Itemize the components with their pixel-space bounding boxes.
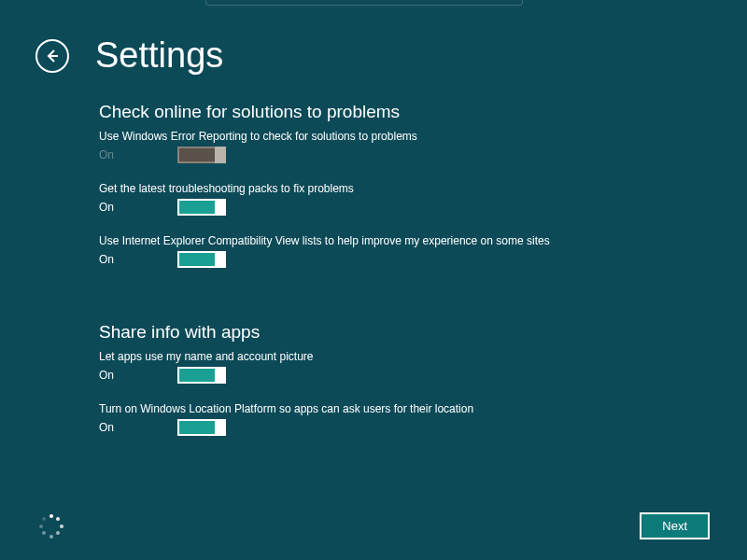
- settings-content: Check online for solutions to problems U…: [0, 76, 747, 436]
- section-heading-share: Share info with apps: [99, 322, 747, 343]
- setting-row: On: [99, 419, 747, 436]
- setting-ie-compat: Use Internet Explorer Compatibility View…: [99, 234, 747, 268]
- setting-desc: Use Windows Error Reporting to check for…: [99, 130, 747, 143]
- toggle-thumb: [215, 251, 226, 268]
- back-button[interactable]: [35, 39, 69, 73]
- page-header: Settings: [0, 0, 747, 76]
- setting-row: On: [99, 367, 747, 384]
- page-title: Settings: [95, 35, 223, 76]
- top-border-decoration: [205, 0, 523, 6]
- toggle-location-platform[interactable]: [177, 419, 226, 436]
- next-button[interactable]: Next: [640, 512, 710, 539]
- setting-state: On: [99, 421, 177, 434]
- toggle-thumb: [215, 419, 226, 436]
- back-arrow-icon: [44, 48, 61, 64]
- setting-row: On: [99, 199, 747, 216]
- setting-desc: Let apps use my name and account picture: [99, 350, 747, 363]
- toggle-ie-compat[interactable]: [177, 251, 226, 268]
- setting-row: On: [99, 147, 747, 163]
- footer: Next: [0, 512, 747, 539]
- toggle-error-reporting: [177, 147, 226, 163]
- setting-state: On: [99, 253, 177, 266]
- setting-row: On: [99, 251, 747, 268]
- toggle-name-picture[interactable]: [177, 367, 226, 384]
- loading-spinner-icon: [39, 514, 63, 539]
- setting-troubleshooting-packs: Get the latest troubleshooting packs to …: [99, 182, 747, 216]
- toggle-troubleshooting-packs[interactable]: [177, 199, 226, 216]
- toggle-thumb: [215, 199, 226, 216]
- section-gap: [99, 287, 747, 322]
- setting-desc: Turn on Windows Location Platform so app…: [99, 402, 747, 415]
- setting-name-picture: Let apps use my name and account picture…: [99, 350, 747, 384]
- setting-location-platform: Turn on Windows Location Platform so app…: [99, 402, 747, 436]
- setting-desc: Use Internet Explorer Compatibility View…: [99, 234, 747, 247]
- setting-error-reporting: Use Windows Error Reporting to check for…: [99, 130, 747, 163]
- section-heading-solutions: Check online for solutions to problems: [99, 102, 747, 122]
- setting-state: On: [99, 201, 177, 214]
- setting-state: On: [99, 369, 177, 382]
- toggle-thumb: [215, 367, 226, 384]
- setting-desc: Get the latest troubleshooting packs to …: [99, 182, 747, 195]
- setting-state: On: [99, 148, 177, 161]
- toggle-thumb: [215, 147, 226, 163]
